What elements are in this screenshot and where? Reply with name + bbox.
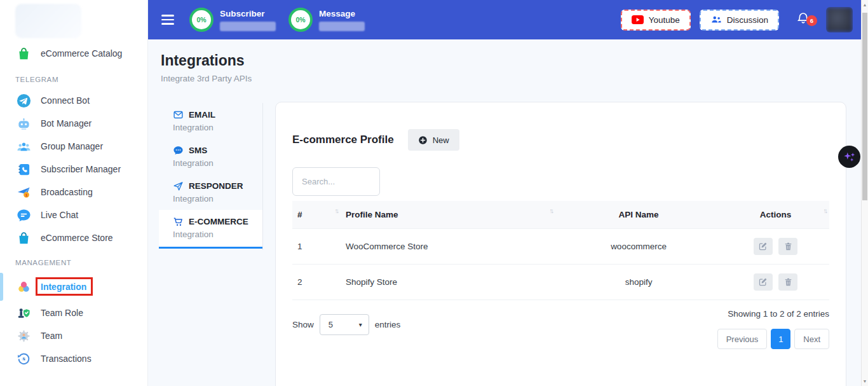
next-page-button[interactable]: Next: [794, 329, 829, 349]
edit-button[interactable]: [754, 238, 773, 255]
panel-title: E-commerce Profile: [292, 134, 394, 146]
sort-icon[interactable]: ↑↓: [550, 207, 553, 214]
search-input[interactable]: [292, 167, 380, 196]
sidebar-item-broadcasting[interactable]: 1 Broadcasting: [0, 181, 147, 203]
page-1-button[interactable]: 1: [771, 329, 790, 349]
page-scrollbar[interactable]: ▲ ▼: [861, 0, 868, 386]
sidebar-item-label: Connect Bot: [41, 95, 90, 106]
envelope-icon: [173, 109, 184, 120]
role-shield-icon: [15, 305, 32, 321]
page-subtitle: Integrate 3rd Party APIs: [161, 74, 868, 83]
delete-button[interactable]: [778, 238, 797, 255]
broadcast-plane-icon: 1: [15, 184, 32, 200]
integration-circles-icon: [15, 279, 32, 294]
profile-name-cell: Shopify Store: [341, 265, 555, 300]
menu-toggle-button[interactable]: [159, 10, 177, 29]
subscriber-stat-label: Subscriber: [220, 9, 276, 18]
row-number: 2: [292, 265, 341, 300]
table-header-row: #↑↓ Profile Name↑↓ API Name Actions↑↓: [292, 201, 829, 229]
sidebar-item-subscriber-manager[interactable]: Subscriber Manager: [0, 158, 147, 181]
chevron-down-icon: ▾: [359, 321, 362, 328]
column-header-num[interactable]: #↑↓: [292, 201, 341, 229]
sidebar-item-group-manager[interactable]: Group Manager: [0, 135, 147, 158]
column-header-profile-name[interactable]: Profile Name↑↓: [341, 201, 555, 229]
main-content: Integrations Integrate 3rd Party APIs EM…: [148, 39, 868, 386]
profiles-table: #↑↓ Profile Name↑↓ API Name Actions↑↓ 1 …: [292, 201, 829, 300]
sms-bubble-icon: [173, 145, 184, 156]
scrollbar-thumb[interactable]: [862, 13, 867, 200]
sidebar-item-connect-bot[interactable]: Connect Bot: [0, 89, 147, 112]
sidebar-item-integration[interactable]: Integration: [0, 272, 147, 301]
sidebar-item-team[interactable]: Team: [0, 324, 147, 347]
avatar-blur: [826, 7, 853, 32]
sparkles-icon: [843, 150, 857, 164]
tab-ecommerce-integration[interactable]: E-COMMERCE Integration: [159, 210, 262, 249]
tab-sms-integration[interactable]: SMS Integration: [159, 139, 262, 174]
previous-page-button[interactable]: Previous: [717, 329, 768, 349]
app-logo: [15, 4, 81, 38]
edit-button[interactable]: [754, 273, 773, 291]
ai-assistant-button[interactable]: [838, 146, 860, 168]
sidebar: eCommerce Catalog TELEGRAM Connect Bot B…: [0, 0, 148, 386]
discussion-button[interactable]: Discussion: [700, 10, 779, 31]
message-stat: 0% Message: [288, 8, 365, 32]
show-label: Show: [292, 320, 314, 329]
avatar[interactable]: [826, 7, 853, 32]
youtube-icon: [632, 15, 644, 24]
scroll-down-arrow[interactable]: ▼: [862, 379, 868, 383]
actions-cell: [722, 265, 829, 300]
youtube-button[interactable]: Youtube: [621, 10, 691, 31]
sidebar-section-telegram: TELEGRAM: [15, 76, 147, 83]
sidebar-item-ecommerce-store[interactable]: eCommerce Store: [0, 226, 147, 249]
sidebar-item-team-role[interactable]: Team Role: [0, 301, 147, 324]
sidebar-item-label: Transactions: [41, 354, 92, 364]
integration-subnav: EMAIL Integration SMS Integration RESPON…: [159, 103, 263, 250]
scroll-up-arrow[interactable]: ▲: [862, 3, 868, 7]
sidebar-item-label: Subscriber Manager: [41, 164, 121, 174]
sidebar-item-ecommerce-catalog[interactable]: eCommerce Catalog: [0, 41, 147, 66]
notifications-button[interactable]: 6: [796, 11, 811, 29]
sidebar-item-label: eCommerce Store: [41, 233, 113, 243]
shopping-bag-blue-icon: [15, 230, 32, 245]
sidebar-item-label: Live Chat: [41, 210, 78, 220]
row-number: 1: [292, 229, 341, 265]
plus-circle-icon: [418, 135, 428, 145]
paper-plane-icon: [173, 181, 184, 191]
actions-cell: [722, 229, 829, 265]
contact-book-icon: [15, 162, 32, 177]
sidebar-item-live-chat[interactable]: Live Chat: [0, 203, 147, 226]
tab-email-integration[interactable]: EMAIL Integration: [159, 103, 262, 139]
sort-icon[interactable]: ↑↓: [824, 207, 827, 214]
page-title: Integrations: [161, 52, 868, 69]
svg-text:1: 1: [25, 192, 27, 196]
shopping-cart-icon: [173, 216, 184, 227]
redacted-value: [220, 22, 276, 31]
sidebar-item-label: Team Role: [41, 308, 83, 318]
tab-responder-integration[interactable]: RESPONDER Integration: [159, 174, 262, 210]
sidebar-item-label: Bot Manager: [41, 118, 92, 128]
sidebar-item-transactions[interactable]: Transactions: [0, 347, 147, 370]
sidebar-item-label: Broadcasting: [41, 187, 93, 197]
sidebar-item-bot-manager[interactable]: Bot Manager: [0, 112, 147, 135]
entries-summary: Showing 1 to 2 of 2 entries: [717, 309, 829, 319]
table-row: 1 WooCommerce Store woocommerce: [292, 229, 829, 265]
sort-icon[interactable]: ↑↓: [335, 207, 338, 214]
sidebar-item-label: Team: [41, 331, 62, 341]
page-size-select[interactable]: 5 ▾: [320, 314, 369, 335]
subscriber-progress-ring: 0%: [189, 8, 214, 32]
subscriber-stat: 0% Subscriber: [189, 8, 276, 32]
message-progress-ring: 0%: [288, 8, 313, 32]
page-size-control: Show 5 ▾ entries: [292, 314, 400, 335]
new-profile-button[interactable]: New: [408, 129, 459, 151]
column-header-api-name[interactable]: API Name: [555, 201, 722, 229]
api-name-cell: shopify: [555, 265, 722, 300]
pagination: Previous 1 Next: [717, 329, 829, 349]
gear-person-icon: [15, 328, 32, 343]
message-stat-label: Message: [319, 9, 365, 18]
delete-button[interactable]: [778, 273, 797, 291]
column-header-actions[interactable]: Actions↑↓: [722, 201, 829, 229]
active-indicator: [0, 273, 3, 301]
redacted-value: [319, 22, 365, 31]
sidebar-section-management: MANAGEMENT: [15, 259, 147, 266]
profile-name-cell: WooCommerce Store: [341, 229, 555, 265]
